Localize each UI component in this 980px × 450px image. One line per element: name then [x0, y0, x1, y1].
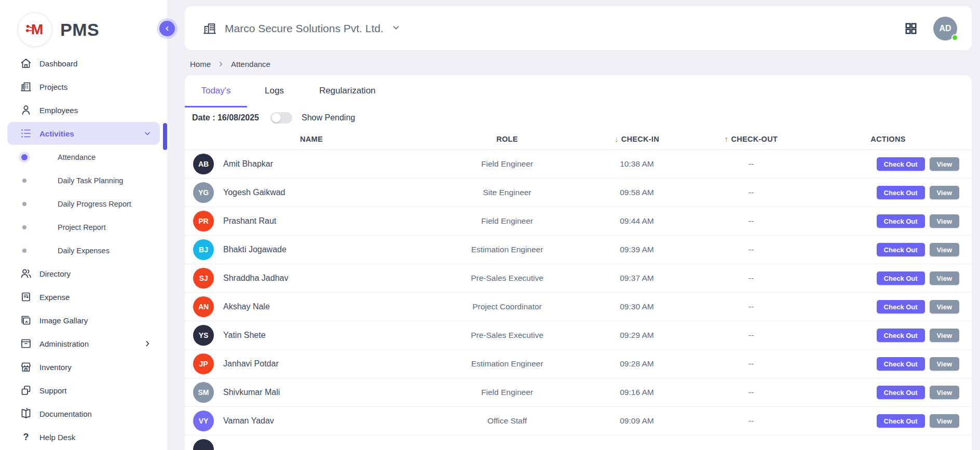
sidebar-item-label: Activities	[39, 129, 74, 138]
sidebar-item-administration[interactable]: Administration	[7, 332, 160, 355]
sidebar-item-activities[interactable]: Activities	[7, 122, 160, 145]
sidebar-subitem-attendance[interactable]: Attendance	[0, 145, 167, 169]
apps-grid-button[interactable]	[904, 22, 918, 35]
check-out-button[interactable]: Check Out	[877, 186, 925, 199]
employee-cell	[192, 439, 431, 450]
show-pending-label: Show Pending	[302, 113, 355, 122]
view-button[interactable]: View	[930, 157, 959, 171]
view-button[interactable]: View	[930, 243, 959, 256]
employee-name: Shivkumar Mali	[223, 388, 280, 397]
sidebar-item-dashboard[interactable]: Dashboard	[7, 52, 160, 75]
bullet-dot-icon	[22, 179, 26, 183]
top-header: Marco Secure Solutions Pvt. Ltd. AD	[185, 6, 972, 50]
user-icon	[20, 104, 32, 116]
tab-logs[interactable]: Logs	[247, 75, 302, 107]
users-icon	[20, 267, 32, 280]
attendance-card: Today'sLogsRegularization Date : 16/08/2…	[185, 75, 972, 450]
row-actions: Check OutView	[812, 214, 964, 228]
bullet-dot-icon	[22, 249, 26, 253]
sidebar-item-documentation[interactable]: Documentation	[7, 402, 160, 425]
check-out-button[interactable]: Check Out	[877, 357, 925, 371]
attendance-row: YGYogesh GaikwadSite Engineer09:58 AM--C…	[185, 179, 972, 207]
table-controls: Date : 16/08/2025 Show Pending	[185, 107, 972, 128]
sidebar-item-label: Dashboard	[39, 59, 77, 68]
col-header-checkin[interactable]: ↓CHECK-IN	[583, 135, 690, 143]
sidebar-item-directory[interactable]: Directory	[7, 262, 160, 285]
sidebar-item-expense[interactable]: Expense	[7, 285, 160, 308]
sidebar-item-help-desk[interactable]: ?Help Desk	[7, 426, 160, 448]
sidebar-subitem-label: Attendance	[58, 153, 96, 161]
check-out-time: --	[690, 302, 812, 311]
company-name: Marco Secure Solutions Pvt. Ltd.	[225, 22, 384, 35]
employee-avatar: YG	[193, 182, 214, 203]
check-out-button[interactable]: Check Out	[877, 214, 925, 228]
view-button[interactable]: View	[930, 329, 959, 342]
row-actions: Check OutView	[812, 243, 964, 256]
sidebar-item-inventory[interactable]: Inventory	[7, 356, 160, 378]
sidebar-item-employees[interactable]: Employees	[7, 99, 160, 121]
check-out-button[interactable]: Check Out	[877, 271, 925, 285]
sidebar-item-image-gallary[interactable]: Image Gallary	[7, 309, 160, 332]
attendance-row: PRPrashant RautField Engineer09:44 AM--C…	[185, 207, 972, 236]
check-out-button[interactable]: Check Out	[877, 329, 925, 342]
view-button[interactable]: View	[930, 386, 959, 399]
breadcrumb-home[interactable]: Home	[190, 60, 211, 69]
check-out-button[interactable]: Check Out	[877, 157, 925, 171]
sidebar-subitem-label: Project Report	[58, 223, 106, 231]
tab-regularization[interactable]: Regularization	[302, 75, 393, 107]
employee-cell: BJBhakti Jogawade	[192, 239, 431, 260]
bullet-dot-icon	[22, 155, 26, 159]
list-icon	[20, 127, 32, 140]
show-pending-toggle[interactable]	[270, 112, 292, 124]
user-avatar[interactable]: AD	[933, 17, 957, 40]
sidebar-collapse-button[interactable]	[159, 21, 175, 36]
attendance-row	[185, 435, 972, 450]
app-logo: M PMS	[0, 0, 167, 47]
sidebar-item-projects[interactable]: Projects	[7, 75, 160, 98]
bullet-dot-icon	[22, 225, 26, 229]
attendance-row: VYVaman YadavOffice Staff09:09 AM--Check…	[185, 407, 972, 435]
view-button[interactable]: View	[930, 186, 959, 199]
check-in-time: 09:28 AM	[583, 359, 690, 369]
employee-role: Field Engineer	[431, 216, 583, 226]
check-out-button[interactable]: Check Out	[877, 414, 925, 428]
row-actions: Check OutView	[812, 386, 964, 399]
row-actions: Check OutView	[812, 300, 964, 313]
employee-cell: JPJanhavi Potdar	[192, 353, 431, 374]
chevron-left-icon	[164, 25, 171, 32]
office-building-icon	[202, 21, 217, 36]
view-button[interactable]: View	[930, 271, 959, 285]
sidebar-subitem-daily-expenses[interactable]: Daily Expenses	[0, 239, 167, 262]
sidebar-subitem-daily-task-planning[interactable]: Daily Task Planning	[0, 169, 167, 192]
user-avatar-initials: AD	[939, 24, 951, 33]
sidebar-subitem-project-report[interactable]: Project Report	[0, 215, 167, 239]
check-out-time: --	[690, 245, 812, 254]
company-selector[interactable]: Marco Secure Solutions Pvt. Ltd.	[202, 21, 401, 36]
employee-role: Estimation Engineer	[431, 359, 583, 369]
sidebar-subitem-daily-progress-report[interactable]: Daily Progress Report	[0, 192, 167, 215]
sidebar-item-support[interactable]: Support	[7, 379, 160, 402]
copy-icon	[20, 384, 32, 397]
view-button[interactable]: View	[930, 414, 959, 428]
employee-name: Amit Bhapkar	[223, 159, 273, 169]
check-out-button[interactable]: Check Out	[877, 300, 925, 313]
view-button[interactable]: View	[930, 214, 959, 228]
row-actions: Check OutView	[812, 329, 964, 342]
sort-descending-icon: ↓	[615, 135, 619, 143]
check-out-button[interactable]: Check Out	[877, 386, 925, 399]
check-out-time: --	[690, 331, 812, 340]
sidebar-item-label: Directory	[39, 269, 71, 278]
check-out-button[interactable]: Check Out	[877, 243, 925, 256]
view-button[interactable]: View	[930, 357, 959, 371]
employee-cell: YGYogesh Gaikwad	[192, 182, 431, 203]
col-header-checkout[interactable]: ↑CHECK-OUT	[690, 135, 812, 143]
main-area: Marco Secure Solutions Pvt. Ltd. AD Home…	[167, 0, 980, 450]
toggle-knob	[271, 113, 281, 122]
check-in-time: 09:37 AM	[583, 274, 690, 283]
chevron-down-icon	[391, 22, 401, 35]
sidebar-subitem-label: Daily Expenses	[58, 247, 110, 255]
employee-role: Pre-Sales Executive	[431, 274, 583, 283]
employee-avatar: PR	[193, 211, 214, 231]
tab-today-s[interactable]: Today's	[185, 75, 247, 107]
view-button[interactable]: View	[930, 300, 959, 313]
